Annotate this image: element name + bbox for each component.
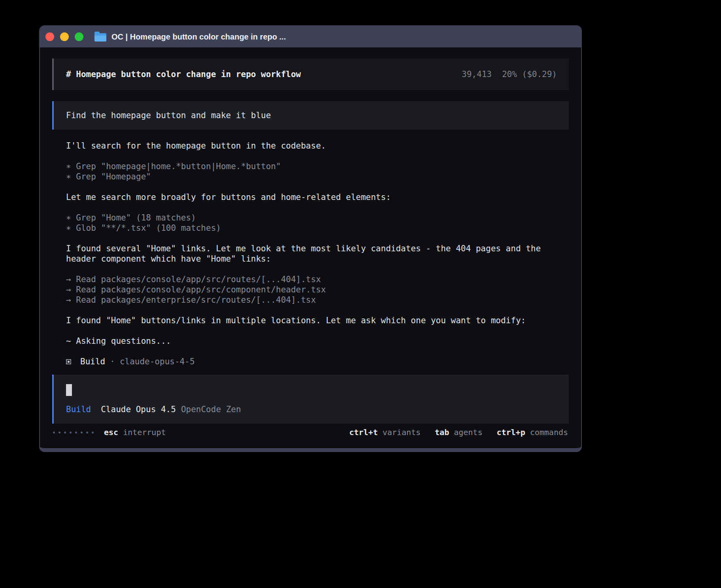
- input-meta: Build Claude Opus 4.5 OpenCode Zen: [66, 405, 557, 414]
- shortcut-variants: ctrl+t variants: [349, 428, 421, 437]
- status-bar: esc interrupt ctrl+t variants tab agents…: [53, 428, 568, 437]
- agent-model: claude-opus-4-5: [120, 356, 195, 367]
- user-message-text: Find the homepage button and make it blu…: [66, 111, 271, 120]
- status-bar-left: esc interrupt: [53, 428, 166, 437]
- tool-call-group: ∗ Grep "Home" (18 matches) ∗ Glob "**/*.…: [66, 213, 555, 233]
- tool-call-read: → Read packages/console/app/src/routes/[…: [66, 274, 555, 285]
- zoom-button[interactable]: [75, 32, 83, 41]
- shortcut-key: tab: [435, 428, 449, 437]
- status-bar-right: ctrl+t variants tab agents ctrl+p comman…: [335, 428, 568, 437]
- tool-call-read: → Read packages/enterprise/src/routes/[.…: [66, 295, 555, 305]
- user-message: Find the homepage button and make it blu…: [52, 101, 569, 130]
- esc-key-hint: esc: [104, 428, 118, 437]
- assistant-paragraph: I'll search for the homepage button in t…: [66, 141, 555, 151]
- prompt-input[interactable]: Build Claude Opus 4.5 OpenCode Zen: [52, 375, 569, 424]
- tool-call-group: → Read packages/console/app/src/routes/[…: [66, 274, 555, 305]
- tool-call-group: ∗ Grep "homepage|home.*button|Home.*butt…: [66, 161, 555, 182]
- tool-call-read: → Read packages/console/app/src/componen…: [66, 285, 555, 295]
- close-button[interactable]: [45, 32, 54, 41]
- model-label: Claude Opus 4.5: [101, 405, 176, 414]
- minimize-button[interactable]: [60, 32, 69, 41]
- titlebar: OC | Homepage button color change in rep…: [40, 26, 581, 47]
- agent-icon: [66, 359, 71, 364]
- terminal-content: # Homepage button color change in repo w…: [40, 47, 581, 448]
- provider-label: OpenCode Zen: [181, 405, 241, 414]
- shortcut-commands: ctrl+p commands: [496, 428, 568, 437]
- spinner-dots-icon: [53, 432, 94, 433]
- shortcut-key: ctrl+t: [349, 428, 377, 437]
- assistant-paragraph: I found several "Home" links. Let me loo…: [66, 243, 555, 264]
- session-stats: 39,413 20% ($0.29): [462, 70, 557, 79]
- tool-call-glob: ∗ Glob "**/*.tsx" (100 matches): [66, 223, 555, 233]
- shortcut-agents: tab agents: [435, 428, 482, 437]
- window-title: OC | Homepage button color change in rep…: [111, 32, 286, 41]
- window-controls: [45, 32, 83, 41]
- agent-mode-label: Build: [66, 405, 91, 414]
- tool-call-grep: ∗ Grep "homepage|home.*button|Home.*butt…: [66, 161, 555, 172]
- agent-separator: ·: [110, 356, 115, 367]
- shortcut-label: commands: [530, 428, 568, 437]
- token-count: 39,413: [462, 70, 492, 79]
- shortcut-label: variants: [383, 428, 421, 437]
- esc-key-label: interrupt: [123, 428, 166, 437]
- text-cursor: [66, 384, 72, 396]
- agent-status-line: Build · claude-opus-4-5: [66, 356, 555, 367]
- conversation: I'll search for the homepage button in t…: [52, 141, 555, 367]
- terminal-window: OC | Homepage button color change in rep…: [39, 25, 582, 452]
- shortcut-label: agents: [454, 428, 482, 437]
- session-header: # Homepage button color change in repo w…: [52, 58, 569, 90]
- asking-questions-status: ~ Asking questions...: [66, 336, 555, 346]
- assistant-paragraph: Let me search more broadly for buttons a…: [66, 192, 555, 202]
- tool-call-grep: ∗ Grep "Homepage": [66, 172, 555, 182]
- session-title: # Homepage button color change in repo w…: [66, 70, 301, 79]
- context-usage: 20% ($0.29): [502, 70, 557, 79]
- assistant-paragraph: I found "Home" buttons/links in multiple…: [66, 315, 555, 326]
- agent-name: Build: [80, 356, 105, 367]
- tool-call-grep: ∗ Grep "Home" (18 matches): [66, 213, 555, 223]
- folder-icon: [94, 33, 106, 41]
- shortcut-key: ctrl+p: [496, 428, 525, 437]
